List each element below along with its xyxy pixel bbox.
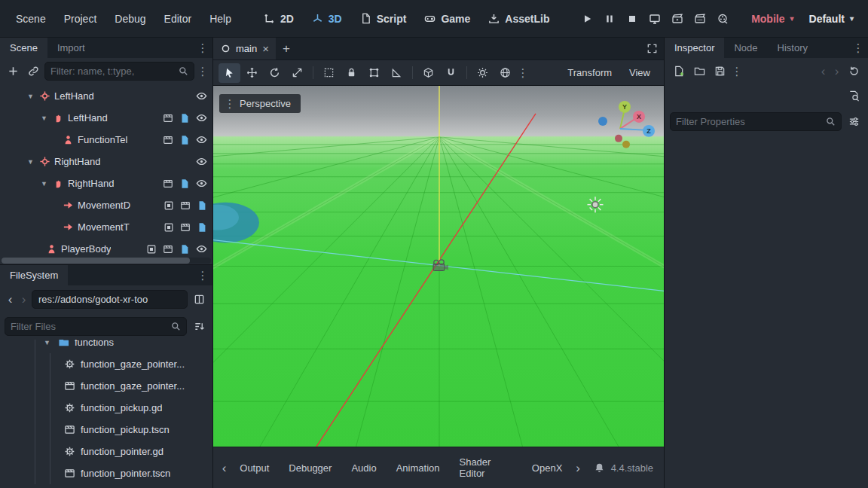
- fs-sort-icon[interactable]: [190, 317, 208, 335]
- inspector-filter-input[interactable]: [676, 116, 822, 127]
- fs-file-row[interactable]: function_gaze_pointer...: [0, 375, 212, 397]
- scene-node-row[interactable]: ▼ LeftHand: [0, 85, 212, 107]
- sun-preview-icon[interactable]: [472, 63, 494, 83]
- viewport-menu-icon[interactable]: ⋮: [517, 67, 529, 78]
- box-badge-icon[interactable]: [164, 200, 174, 211]
- visibility-toggle-eye-icon[interactable]: [196, 156, 207, 167]
- inspector-history-forward-icon[interactable]: ›: [831, 65, 842, 78]
- visibility-toggle-eye-icon[interactable]: [196, 112, 207, 124]
- audio-panel-button[interactable]: Audio: [342, 458, 385, 478]
- collapse-arrow-icon[interactable]: ▼: [26, 158, 35, 166]
- fs-filter-input[interactable]: [11, 321, 167, 332]
- object-history-icon[interactable]: [845, 62, 863, 80]
- scene-dock-menu-icon[interactable]: ⋮: [197, 42, 209, 53]
- select-tool-icon[interactable]: [219, 63, 240, 83]
- menu-scene[interactable]: Scene: [8, 8, 54, 29]
- scene-node-row[interactable]: ▼ LeftHand: [0, 107, 212, 129]
- fs-file-row[interactable]: function_pickup.tscn: [0, 419, 212, 441]
- rotate-tool-icon[interactable]: [264, 63, 286, 83]
- panels-scroll-left-icon[interactable]: ‹: [219, 462, 229, 474]
- visibility-toggle-eye-icon[interactable]: [196, 243, 207, 255]
- tab-history[interactable]: History: [768, 38, 818, 58]
- scene-tree-hscrollbar[interactable]: [2, 258, 211, 264]
- fs-path-field[interactable]: res://addons/godot-xr-too: [32, 290, 188, 309]
- resource-menu-icon[interactable]: ⋮: [731, 66, 743, 77]
- output-panel-button[interactable]: Output: [231, 458, 278, 478]
- instanced-scene-icon[interactable]: [163, 178, 173, 189]
- shader-editor-panel-button[interactable]: Shader Editor: [450, 452, 521, 483]
- attached-script-icon[interactable]: [197, 200, 207, 211]
- renderer-select[interactable]: Mobile▾: [744, 9, 800, 29]
- context-game-button[interactable]: Game: [417, 8, 478, 29]
- open-docs-icon[interactable]: [845, 87, 863, 105]
- tab-import[interactable]: Import: [47, 38, 95, 58]
- transform-menu[interactable]: Transform: [559, 63, 620, 82]
- visibility-toggle-eye-icon[interactable]: [196, 90, 207, 102]
- viewport-3d[interactable]: Y X Z ⋮ Perspective: [213, 85, 664, 447]
- debugger-panel-button[interactable]: Debugger: [280, 458, 341, 478]
- attached-script-icon[interactable]: [179, 244, 190, 255]
- play-button[interactable]: [576, 9, 597, 29]
- scene-node-row[interactable]: MovementT: [0, 216, 212, 238]
- expand-viewport-icon[interactable]: [640, 38, 664, 59]
- context-3d-button[interactable]: 3D: [304, 8, 350, 29]
- tab-node[interactable]: Node: [724, 38, 767, 58]
- tab-filesystem[interactable]: FileSystem: [0, 265, 68, 285]
- visibility-toggle-eye-icon[interactable]: [196, 134, 207, 145]
- fs-folder-row[interactable]: ▼ functions: [0, 340, 212, 353]
- panels-scroll-right-icon[interactable]: ›: [573, 462, 582, 474]
- run-current-scene-button[interactable]: [667, 9, 687, 29]
- fs-back-icon[interactable]: ‹: [5, 293, 16, 306]
- visibility-toggle-eye-icon[interactable]: [196, 178, 207, 189]
- drag-handle-icon[interactable]: ⋮: [224, 98, 236, 109]
- scene-node-row[interactable]: ▼ RightHand: [0, 172, 212, 194]
- openxr-panel-button[interactable]: OpenX: [523, 458, 571, 478]
- fs-file-row[interactable]: function_gaze_pointer...: [0, 353, 212, 375]
- box-badge-icon[interactable]: [146, 244, 157, 255]
- scene-filter-input[interactable]: [50, 66, 175, 77]
- tab-scene[interactable]: Scene: [0, 38, 47, 58]
- context-2d-button[interactable]: 2D: [256, 8, 301, 29]
- scene-node-row[interactable]: ▼ RightHand: [0, 151, 212, 172]
- attached-script-icon[interactable]: [197, 222, 207, 233]
- scene-tab-main[interactable]: main ×: [213, 38, 276, 59]
- context-assetlib-button[interactable]: AssetLib: [481, 8, 557, 29]
- collapse-arrow-icon[interactable]: ▼: [39, 180, 49, 188]
- instanced-scene-icon[interactable]: [180, 200, 191, 211]
- instanced-scene-icon[interactable]: [163, 244, 173, 255]
- move-tool-icon[interactable]: [241, 63, 263, 83]
- scale-tool-icon[interactable]: [286, 63, 308, 83]
- notifications-bell-icon[interactable]: [594, 462, 605, 474]
- scene-node-row[interactable]: MovementD: [0, 194, 212, 216]
- animation-panel-button[interactable]: Animation: [387, 458, 449, 478]
- perspective-button[interactable]: ⋮ Perspective: [219, 94, 301, 113]
- menu-help[interactable]: Help: [201, 8, 240, 29]
- collapse-arrow-icon[interactable]: ▼: [26, 93, 35, 100]
- local-space-icon[interactable]: [417, 63, 439, 83]
- movie-maker-button[interactable]: [712, 9, 732, 29]
- scene-tree-menu-icon[interactable]: ⋮: [197, 66, 209, 77]
- scene-node-row[interactable]: FunctionTel: [0, 129, 212, 151]
- fs-file-row[interactable]: function_pointer.gd: [0, 441, 212, 462]
- fs-split-view-icon[interactable]: [190, 290, 208, 308]
- group-icon[interactable]: [363, 63, 385, 83]
- selection-list-icon[interactable]: [318, 63, 340, 83]
- scrollbar-thumb[interactable]: [2, 258, 190, 264]
- menu-debug[interactable]: Debug: [106, 8, 154, 29]
- menu-editor[interactable]: Editor: [156, 8, 200, 29]
- run-specific-scene-button[interactable]: [689, 9, 710, 29]
- ruler-icon[interactable]: [386, 63, 408, 83]
- remote-debug-button[interactable]: [644, 9, 665, 29]
- environment-preview-icon[interactable]: [494, 63, 516, 83]
- scene-node-row[interactable]: PlayerBody: [0, 238, 212, 257]
- stop-button[interactable]: [622, 9, 642, 29]
- close-tab-icon[interactable]: ×: [262, 43, 269, 54]
- fs-forward-icon[interactable]: ›: [18, 293, 29, 306]
- save-resource-button[interactable]: [711, 62, 729, 80]
- snap-magnet-icon[interactable]: [440, 63, 462, 83]
- attached-script-icon[interactable]: [179, 113, 190, 124]
- load-resource-button[interactable]: [690, 62, 708, 80]
- collapse-arrow-icon[interactable]: ▼: [39, 114, 49, 122]
- attached-script-icon[interactable]: [179, 135, 190, 145]
- profile-select[interactable]: Default▾: [802, 9, 860, 29]
